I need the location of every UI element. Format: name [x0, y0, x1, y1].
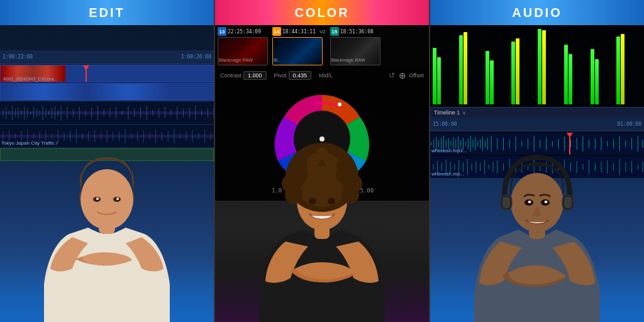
vu-bar-5 — [486, 51, 489, 104]
vu-group-2 — [459, 32, 484, 104]
waveform-track-2: Tokyo Japan City Traffic / — [0, 125, 214, 147]
vu-bar-2 — [437, 57, 441, 104]
audio-tc-end: 01:00:00 — [617, 121, 641, 127]
pivot-value: 0.435 — [289, 71, 312, 80]
svg-point-209 — [480, 304, 594, 322]
svg-rect-0 — [0, 111, 214, 114]
clip-14-thumb[interactable]: Bl... — [272, 37, 323, 65]
color-grade-controls: Contrast 1.000 Pivot 0.435 Mid/L ↺ ⊕ Off… — [215, 67, 429, 84]
svg-point-82 — [50, 303, 164, 322]
audio-timeline: 15:00:00 01:00:00 — [430, 118, 644, 178]
svg-point-218 — [528, 201, 531, 203]
track-tokyo-label: Tokyo Japan City Traffic / — [1, 140, 57, 146]
edit-timecode-bar: 1:00:22:00 1:00:26:00 — [0, 50, 214, 64]
audio-panel-header[interactable]: AUDIO — [430, 0, 644, 25]
vu-bar-3 — [459, 35, 463, 104]
vu-bar-9 — [538, 29, 541, 104]
video-track-2[interactable] — [0, 83, 214, 101]
svg-text:25.00: 25.00 — [357, 187, 374, 194]
clip-14-tc: 18:44:31:11 — [282, 29, 316, 35]
vu-bar-13 — [591, 49, 594, 104]
timeline-dropdown-arrow[interactable]: ∨ — [462, 110, 466, 116]
svg-point-211 — [511, 173, 564, 232]
pivot-control[interactable]: Pivot 0.435 — [274, 71, 312, 80]
audio-panel: AUDIO — [430, 0, 644, 322]
vu-bar-1 — [433, 48, 436, 104]
svg-rect-83 — [99, 212, 115, 234]
vu-bar-12 — [569, 54, 572, 104]
add-icon[interactable]: ⊕ — [399, 70, 406, 80]
color-wheel-svg: 1.0 15.00 25.00 — [259, 89, 385, 196]
audio-content: Timeline 1 ∨ 15:00:00 01:00:00 — [430, 25, 644, 322]
svg-point-86 — [113, 197, 121, 202]
clip-13-label: Blackmagic RAW — [219, 58, 253, 62]
svg-rect-210 — [529, 216, 545, 239]
video-track-1[interactable]: A002_05241843_C30.bra... — [0, 65, 214, 82]
svg-point-216 — [525, 199, 533, 206]
vu-bar-4 — [464, 32, 467, 104]
caption-track — [0, 148, 214, 161]
svg-point-84 — [80, 169, 133, 230]
offset-label: Offset — [409, 72, 424, 79]
vu-bar-14 — [595, 59, 599, 104]
svg-text:15.00: 15.00 — [313, 187, 330, 194]
clip-14[interactable]: 14 18:44:31:11 V2 Bl... — [272, 27, 326, 65]
clip-14-badge: 14 — [272, 27, 281, 36]
clip-13-thumb[interactable]: Blackmagic RAW — [218, 37, 268, 65]
clip-15-tc: 18:51:36:08 — [340, 29, 374, 35]
svg-point-217 — [541, 199, 550, 206]
pivot-label: Pivot — [274, 72, 287, 79]
vu-meter-area — [430, 25, 644, 107]
audio-playhead-marker — [567, 133, 573, 138]
mid-label: Mid/L — [319, 72, 333, 79]
svg-point-85 — [93, 197, 101, 202]
audio-waveform-1: whboosh.mp3... — [430, 133, 644, 155]
timecode-end: 1:00:26:00 — [181, 54, 211, 60]
audio-tc-start: 15:00:00 — [433, 121, 457, 127]
clip-13[interactable]: 13 22:25:34:09 Blackmagic RAW — [218, 27, 268, 65]
vu-bar-10 — [542, 30, 546, 104]
track-1-label: A002_05241843_C30.bra... — [3, 77, 57, 81]
clip-15-thumb[interactable]: Blackmagic RAW — [330, 37, 380, 65]
svg-rect-214 — [502, 197, 510, 208]
vu-group-6 — [564, 45, 589, 104]
audio-track-1-label: whboosh.mp3... — [431, 148, 467, 153]
audio-track-2-label: whboosh.mp... — [431, 171, 464, 177]
timecode-start: 1:00:22:00 — [3, 54, 33, 60]
edit-panel-header[interactable]: EDIT — [0, 0, 214, 25]
edit-timeline-bg: 1:00:22:00 1:00:26:00 A002_05241843_C30.… — [0, 50, 214, 167]
vu-group-8 — [616, 34, 641, 104]
waveform-track-1 — [0, 102, 214, 124]
edit-playhead — [86, 65, 87, 82]
vu-bar-11 — [564, 45, 568, 104]
vu-bar-8 — [516, 38, 519, 104]
edit-panel: EDIT 1:00:22:00 1:00:26:00 A002_05241843… — [0, 0, 214, 322]
audio-timeline-label-bar: Timeline 1 ∨ — [430, 107, 644, 118]
contrast-label: Contrast — [220, 72, 242, 79]
svg-rect-212 — [501, 195, 512, 210]
svg-text:1.0: 1.0 — [272, 187, 282, 194]
color-wheel-area: 1.0 15.00 25.00 — [215, 84, 429, 201]
clip-15-label: Blackmagic RAW — [331, 58, 365, 62]
playhead-marker — [83, 65, 89, 70]
contrast-control[interactable]: Contrast 1.000 — [220, 71, 267, 80]
v2-label: V2 — [319, 29, 326, 35]
svg-point-88 — [116, 197, 119, 200]
mid-control[interactable]: Mid/L — [319, 72, 333, 79]
vu-bar-7 — [511, 42, 515, 104]
clip-13-badge: 13 — [218, 27, 226, 36]
svg-point-94 — [338, 103, 341, 106]
reset-icon[interactable]: ↺ — [387, 70, 396, 81]
clip-15[interactable]: 15 18:51:36:08 Blackmagic RAW — [330, 27, 380, 65]
svg-point-93 — [319, 136, 325, 142]
vu-bar-6 — [490, 60, 494, 104]
color-title: COLOR — [294, 6, 349, 20]
clip-15-badge: 15 — [330, 27, 339, 36]
edit-content: 1:00:22:00 1:00:26:00 A002_05241843_C30.… — [0, 25, 214, 322]
color-content: 13 22:25:34:09 Blackmagic RAW 14 18:44:3… — [215, 25, 429, 322]
color-panel: COLOR 13 22:25:34:09 Blackmagic RAW 14 — [214, 0, 430, 322]
vu-bar-15 — [616, 36, 620, 104]
svg-rect-99 — [314, 215, 330, 239]
color-panel-header[interactable]: COLOR — [215, 0, 429, 25]
clip-13-tc: 22:25:34:09 — [228, 29, 261, 35]
